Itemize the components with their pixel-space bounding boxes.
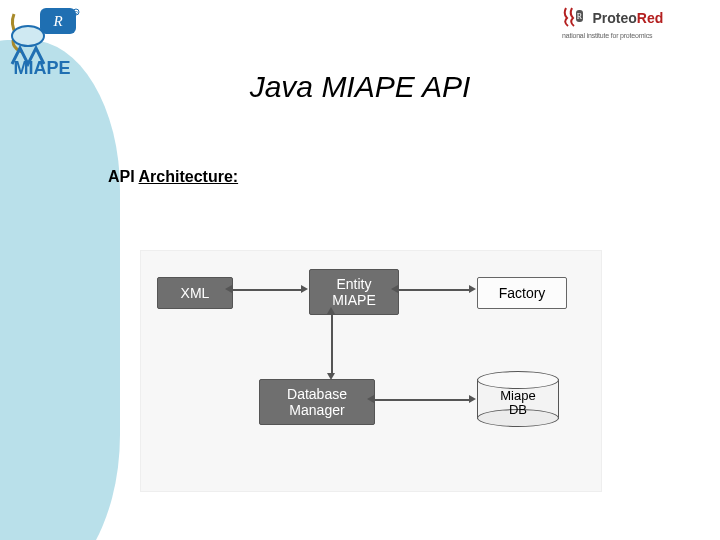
- svg-text:R: R: [74, 10, 78, 16]
- proteored-subtitle: national institute for proteomics: [562, 32, 702, 39]
- connector-entity-dbmgr: [331, 313, 335, 373]
- arrowhead-icon: [391, 285, 398, 293]
- box-entity-miape: EntityMIAPE: [309, 269, 399, 315]
- connector-entity-factory: [397, 289, 469, 293]
- background-shape: [0, 40, 120, 540]
- connector-xml-entity: [231, 289, 301, 293]
- proteored-brand-b: Red: [637, 10, 663, 26]
- arrowhead-icon: [301, 285, 308, 293]
- page-title: Java MIAPE API: [0, 70, 720, 104]
- arrowhead-icon: [469, 285, 476, 293]
- svg-text:R: R: [52, 13, 62, 29]
- db-label: MiapeDB: [477, 389, 559, 418]
- box-database-manager: DatabaseManager: [259, 379, 375, 425]
- connector-dbmgr-db: [373, 399, 469, 403]
- architecture-diagram: XML EntityMIAPE Factory DatabaseManager …: [140, 250, 602, 492]
- arrowhead-icon: [367, 395, 374, 403]
- miape-logo: R R MIAPE: [6, 6, 84, 80]
- arrowhead-icon: [469, 395, 476, 403]
- box-xml: XML: [157, 277, 233, 309]
- svg-text:R: R: [577, 12, 583, 21]
- subtitle-underlined: Architecture:: [139, 168, 239, 185]
- db-cylinder: MiapeDB: [477, 371, 559, 427]
- subtitle-plain: API: [108, 168, 139, 185]
- arrowhead-icon: [327, 307, 335, 314]
- section-heading: API Architecture:: [108, 168, 238, 186]
- arrowhead-icon: [225, 285, 232, 293]
- proteored-logo: R ProteoRed national institute for prote…: [562, 6, 702, 48]
- arrowhead-icon: [327, 373, 335, 380]
- proteored-brand-a: Proteo: [592, 10, 636, 26]
- box-factory: Factory: [477, 277, 567, 309]
- svg-point-4: [12, 26, 44, 46]
